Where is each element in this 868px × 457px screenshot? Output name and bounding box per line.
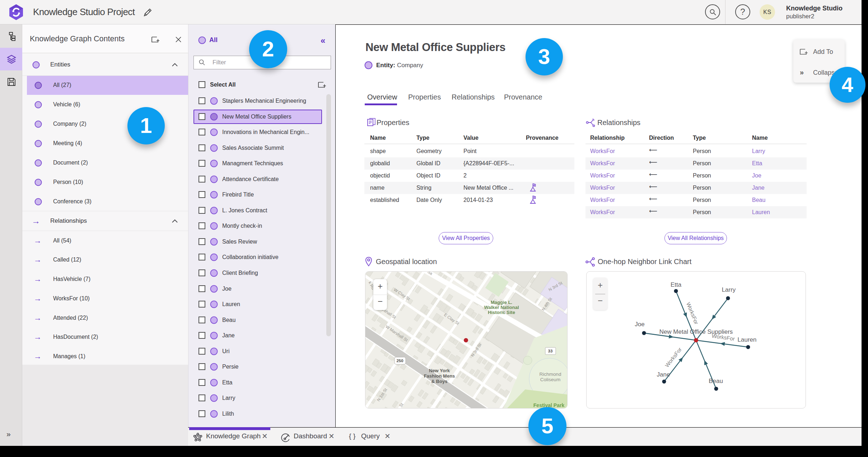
svg-text:Etta: Etta xyxy=(671,281,682,288)
svg-text:Fashion Mens: Fashion Mens xyxy=(424,373,455,379)
svg-text:WorksFor: WorksFor xyxy=(685,301,700,325)
svg-text:Historic Site: Historic Site xyxy=(488,310,515,315)
svg-text:Joe: Joe xyxy=(635,321,644,328)
svg-text:WorksFor: WorksFor xyxy=(664,346,683,368)
svg-text:Coliseum: Coliseum xyxy=(540,377,560,382)
svg-text:Lauren: Lauren xyxy=(738,336,757,343)
svg-text:New York: New York xyxy=(429,368,450,373)
svg-text:Jane: Jane xyxy=(657,371,670,378)
svg-text:& Boys: & Boys xyxy=(431,379,448,384)
svg-text:33: 33 xyxy=(548,349,553,353)
svg-text:Beau: Beau xyxy=(709,378,723,384)
svg-text:Maggie L.: Maggie L. xyxy=(491,300,512,305)
svg-text:Walker National: Walker National xyxy=(484,305,519,310)
svg-text:Richmond: Richmond xyxy=(540,371,561,377)
svg-text:Larry: Larry xyxy=(722,286,736,293)
svg-text:250: 250 xyxy=(396,359,403,363)
